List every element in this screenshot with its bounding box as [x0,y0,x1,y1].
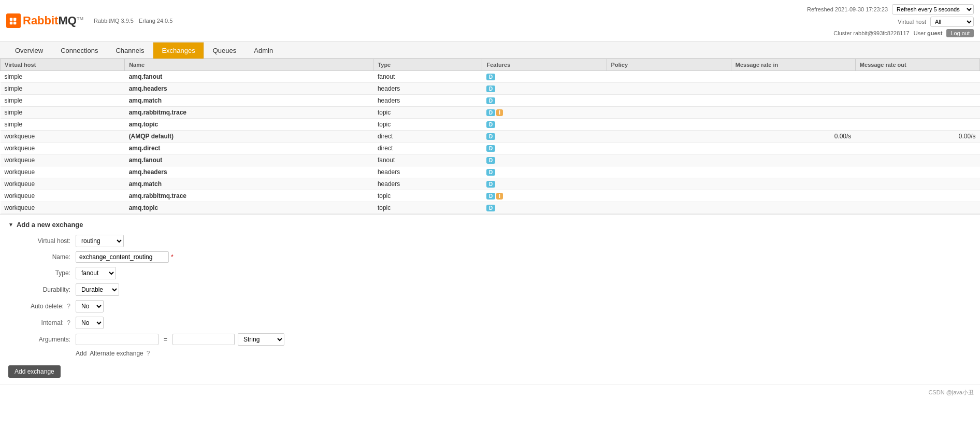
feature-badge-d[interactable]: D [486,121,495,128]
feature-badge-d[interactable]: D [486,169,495,176]
cell-name[interactable]: amq.headers [125,166,373,178]
name-form-row: Name: * [8,251,972,263]
internal-help-icon[interactable]: ? [67,319,70,326]
add-exchange-button[interactable]: Add exchange [8,365,61,378]
cell-name[interactable]: amq.headers [125,83,373,95]
cell-type: headers [373,178,482,190]
cell-rate-in [731,202,855,214]
table-row: workqueueamq.rabbitmq.tracetopicDI [1,190,980,202]
type-form-label: Type: [8,269,76,277]
cell-type: headers [373,95,482,107]
auto-delete-help-icon[interactable]: ? [67,303,70,310]
cell-rate-out [855,119,979,131]
feature-badge-d[interactable]: D [486,193,495,200]
cell-name[interactable]: amq.rabbitmq.trace [125,190,373,202]
feature-badge-d[interactable]: D [486,97,495,104]
durability-form-select[interactable]: Durable Transient [76,283,119,296]
logo: RabbitMQTM [6,13,83,28]
nav-connections[interactable]: Connections [52,42,107,59]
refresh-select[interactable]: Refresh every 5 seconds Refresh every 10… [892,4,974,15]
add-argument-link[interactable]: Add [76,350,87,357]
internal-form-select[interactable]: No Yes [76,317,104,329]
auto-delete-form-select[interactable]: No Yes [76,300,104,312]
cell-features: D [482,131,607,143]
nav-channels[interactable]: Channels [107,42,153,59]
footer-note: CSDN @java小丑 [0,384,980,401]
main-content: Virtual host Name Type Features Policy M… [0,59,980,384]
feature-badge-d[interactable]: D [486,109,495,116]
vhost-form-row: Virtual host: routing / workqueue simple [8,235,972,247]
nav-queues[interactable]: Queues [204,42,246,59]
cluster-label: Cluster rabbit@993fc8228117 [833,30,909,36]
arguments-value-input[interactable] [172,334,235,345]
cell-name[interactable]: (AMQP default) [125,131,373,143]
name-form-input[interactable] [76,251,169,263]
col-header-features: Features [482,59,607,71]
table-row: workqueueamq.topictopicD [1,202,980,214]
cell-type: topic [373,107,482,119]
cell-name[interactable]: amq.rabbitmq.trace [125,107,373,119]
feature-badge-d[interactable]: D [486,74,495,80]
col-header-rate-out: Message rate out [855,59,979,71]
refresh-row: Refreshed 2021-09-30 17:23:23 Refresh ev… [807,4,974,15]
cell-policy [607,107,731,119]
cell-vhost: workqueue [1,154,125,166]
cell-name[interactable]: amq.topic [125,119,373,131]
exchanges-table: Virtual host Name Type Features Policy M… [0,59,980,214]
cell-type: headers [373,83,482,95]
cell-name[interactable]: amq.match [125,95,373,107]
type-form-select[interactable]: direct fanout headers topic [76,267,116,279]
vhost-form-select[interactable]: routing / workqueue simple [76,235,124,247]
vhost-select[interactable]: All / routing workqueue [930,17,974,27]
add-exchange-toggle[interactable]: ▼ Add a new exchange [8,221,972,229]
cell-vhost: workqueue [1,166,125,178]
feature-badge-d[interactable]: D [486,205,495,211]
arguments-key-input[interactable] [76,334,158,345]
table-row: simpleamq.headersheadersD [1,83,980,95]
feature-badge-d[interactable]: D [486,133,495,140]
svg-rect-1 [13,18,16,21]
feature-badge-i[interactable]: I [496,193,503,200]
cell-name[interactable]: amq.fanout [125,154,373,166]
cell-vhost: simple [1,95,125,107]
table-row: simpleamq.matchheadersD [1,95,980,107]
alternate-exchange-link[interactable]: Alternate exchange [90,350,143,357]
durability-form-label: Durability: [8,286,76,293]
cell-name[interactable]: amq.direct [125,143,373,154]
cell-rate-out [855,202,979,214]
nav-overview[interactable]: Overview [6,42,52,59]
cell-name[interactable]: amq.fanout [125,71,373,83]
table-row: simpleamq.topictopicD [1,119,980,131]
nav-exchanges[interactable]: Exchanges [153,42,204,59]
feature-badge-d[interactable]: D [486,145,495,152]
logout-button[interactable]: Log out [946,29,974,37]
arguments-inputs: = String Number Boolean List [76,333,284,346]
col-header-name: Name [125,59,373,71]
cell-policy [607,154,731,166]
cell-policy [607,178,731,190]
cell-vhost: workqueue [1,178,125,190]
rabbitmq-version: RabbitMQ 3.9.5 [94,18,134,24]
cell-type: fanout [373,71,482,83]
cell-rate-out [855,154,979,166]
alternate-exchange-help[interactable]: ? [147,350,150,357]
cell-features: D [482,95,607,107]
cell-rate-out [855,166,979,178]
cell-name[interactable]: amq.match [125,178,373,190]
user-label: User guest [914,30,943,36]
exchanges-table-wrapper: Virtual host Name Type Features Policy M… [0,59,980,214]
cell-rate-in [731,190,855,202]
header-right: Refreshed 2021-09-30 17:23:23 Refresh ev… [807,4,974,37]
arguments-type-select[interactable]: String Number Boolean List [238,333,284,346]
nav-admin[interactable]: Admin [245,42,282,59]
feature-badge-d[interactable]: D [486,181,495,188]
cell-rate-out [855,71,979,83]
cell-name[interactable]: amq.topic [125,202,373,214]
cluster-link[interactable]: rabbit@993fc8228117 [853,30,909,36]
auto-delete-form-row: Auto delete: ? No Yes [8,300,972,312]
internal-form-label: Internal: ? [8,319,76,326]
feature-badge-d[interactable]: D [486,157,495,164]
feature-badge-i[interactable]: I [496,109,503,116]
feature-badge-d[interactable]: D [486,86,495,92]
cell-rate-in [731,95,855,107]
